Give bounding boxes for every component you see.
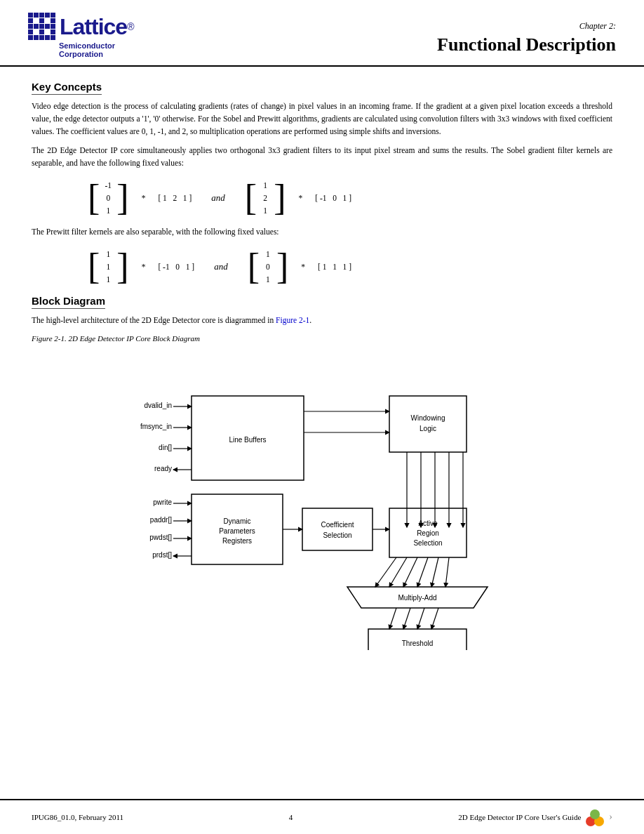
block-diagram-area: dvalid_in fmsync_in din[] ready Line Buf… [32,348,612,650]
windowing-label1: Windowing [411,414,445,422]
diagram-caption: Figure 2-1. 2D Edge Detector IP Core Blo… [32,334,612,343]
chapter-label: Chapter 2: [182,21,616,32]
mult-sign2: * [298,194,302,202]
sobel-matrix1: [ -1 0 1 ] [88,180,129,216]
active-label3: Selection [413,539,442,547]
signal-pwrite: pwrite [153,498,172,506]
logo-area: Lattice® Semiconductor Corporation [28,13,182,58]
prewitt-vector2: [ 1 1 1 ] [318,263,351,271]
logo-corporation: Corporation [59,50,182,58]
logo-lattice: Lattice® [28,13,182,40]
coeff-label2: Selection [323,531,351,539]
dynamic-label3: Registers [222,537,252,545]
arrow-ma-down3 [417,608,424,629]
logo-text: Lattice [60,15,127,38]
key-concepts-para2: The 2D Edge Detector IP core simultaneou… [32,145,612,170]
logo-registered: ® [127,21,134,32]
block-diagram-section: Block Diagram The high-level architectur… [32,295,612,650]
next-page-button[interactable]: › [609,812,612,823]
key-concepts-para1: Video edge detection is the process of c… [32,100,612,138]
footer-center: 4 [289,813,293,821]
footer-lattice-icon [584,806,606,828]
prewitt-matrix-row: [ 1 1 1 ] * [ -1 0 1 ] and [ 1 0 [88,249,612,285]
bracket-left2: [ [245,180,257,216]
signal-din: din[] [159,444,172,451]
signal-fmsync-in: fmsync_in [140,423,172,430]
footer-left: IPUG86_01.0, February 2011 [32,813,123,821]
prewitt-col2: 1 0 1 [262,249,274,285]
dynamic-label1: Dynamic [224,517,251,525]
prewitt-col1: 1 1 1 [102,249,114,285]
logo-semiconductor: Semiconductor [59,41,182,50]
content: Key Concepts Video edge detection is the… [0,67,644,664]
key-concepts-section: Key Concepts Video edge detection is the… [32,81,612,285]
bracket-right: ] [116,180,128,216]
active-label2: Region [417,529,439,537]
signal-prdst: prdst[] [152,551,172,559]
svg-point-2 [590,809,600,819]
arrow-ars-down1 [375,557,396,587]
signal-dvalid-in: dvalid_in [145,402,172,409]
arrow-ars-down2 [389,557,407,587]
footer-nav: 2D Edge Detector IP Core User's Guide › [458,806,612,828]
arrow-ma-down2 [403,608,410,629]
windowing-logic-box [389,396,467,452]
signal-paddr: paddr[] [150,516,172,524]
coeff-selection-box [302,508,373,550]
mult-sign1: * [142,194,146,202]
prewitt-matrix1: [ 1 1 1 ] [88,249,129,285]
sobel-matrix-row1: [ -1 0 1 ] * [ 1 2 1 ] and [ 1 2 [88,180,612,216]
bracket-left: [ [88,180,100,216]
multiply-add-label: Multiply-Add [398,594,436,602]
bracket-left3: [ [88,249,100,285]
logo-grid-icon [28,13,55,40]
mult-sign4: * [301,263,305,271]
active-label1: Active [418,519,438,527]
sobel-col2: 1 2 1 [260,180,271,216]
prewitt-vector1: [ -1 0 1 ] [158,263,194,271]
footer-right: 2D Edge Detector IP Core User's Guide [458,813,581,821]
threshold-label1: Threshold [402,640,433,647]
block-diagram-svg: dvalid_in fmsync_in din[] ready Line Buf… [32,348,612,650]
windowing-label2: Logic [420,425,436,432]
sobel-col1: -1 0 1 [102,180,114,216]
line-buffers-label: Line Buffers [229,436,266,444]
chapter-title: Functional Description [437,34,616,55]
sobel-vector1: [ 1 2 1 ] [158,194,192,202]
arrow-ars-down3 [403,557,417,587]
and-text1: and [211,192,225,204]
bracket-right4: ] [276,249,288,285]
arrow-ars-down4 [417,557,428,587]
sobel-matrix2: [ 1 2 1 ] [245,180,286,216]
prewitt-text: The Prewitt filter kernels are also sepa… [32,226,612,239]
signal-ready: ready [154,465,172,472]
header-right: Chapter 2: Functional Description [182,21,616,58]
arrow-ma-down1 [389,608,396,629]
sobel-vector2: [ -1 0 1 ] [315,194,351,202]
dynamic-label2: Parameters [219,527,255,535]
page: Lattice® Semiconductor Corporation Chapt… [0,0,644,834]
bracket-right3: ] [116,249,128,285]
mult-sign3: * [142,263,146,271]
prewitt-matrix2: [ 1 0 1 ] [248,249,289,285]
bracket-right2: ] [274,180,286,216]
coeff-label1: Coefficient [321,521,354,529]
bracket-left4: [ [248,249,260,285]
footer: IPUG86_01.0, February 2011 4 2D Edge Det… [0,799,644,834]
header: Lattice® Semiconductor Corporation Chapt… [0,0,644,67]
key-concepts-heading: Key Concepts [32,81,102,95]
signal-pwdst: pwdst[] [149,534,172,541]
arrow-ars-down6 [445,557,449,587]
figure-ref[interactable]: Figure 2-1 [276,316,309,324]
arrow-ars-down5 [431,557,438,587]
arrow-ma-down4 [431,608,438,629]
block-diagram-intro: The high-level architecture of the 2D Ed… [32,315,612,327]
block-diagram-heading: Block Diagram [32,295,105,309]
and-text2: and [214,261,228,272]
